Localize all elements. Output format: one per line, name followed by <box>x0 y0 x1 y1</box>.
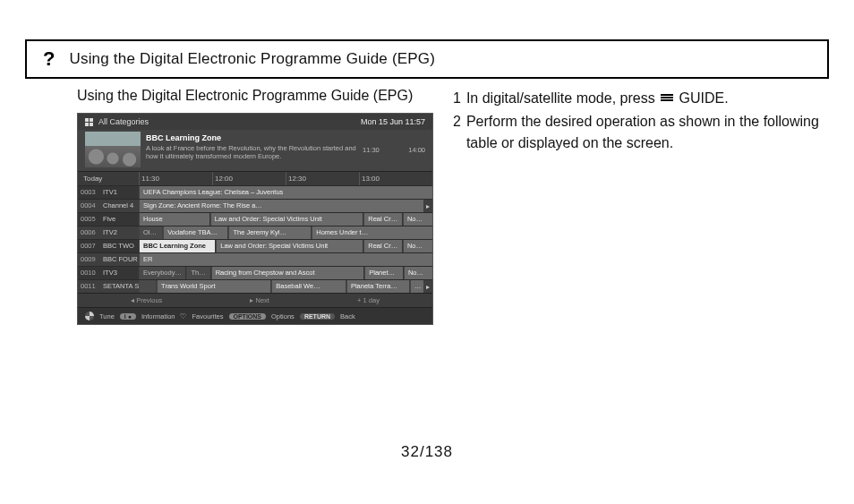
programme-cell[interactable]: Planet… <box>364 267 403 279</box>
programme-cell[interactable]: No… <box>403 240 432 252</box>
programme-cell[interactable]: Sign Zone: Ancient Rome: The Rise a… <box>139 200 423 212</box>
step-number: 2 <box>453 111 461 154</box>
channel-name: BBC TWO <box>101 240 139 252</box>
epg-nav-row: ◂ Previous ▸ Next + 1 day <box>78 293 432 307</box>
time-slot: 13:00 <box>359 172 432 185</box>
programme-cell[interactable]: Th… <box>186 267 209 279</box>
channel-row[interactable]: 0007BBC TWOBBC Learning ZoneLaw and Orde… <box>78 239 432 252</box>
guide-button-icon <box>661 94 673 104</box>
channel-row[interactable]: 0009BBC FOURER <box>78 252 432 266</box>
programme-cell[interactable]: Homes Under t… <box>312 226 432 239</box>
programme-cell[interactable]: House <box>139 213 209 226</box>
channel-row[interactable]: 0005FiveHouseLaw and Order: Special Vict… <box>78 212 432 226</box>
nav-plus-day[interactable]: + 1 day <box>357 296 380 304</box>
categories-icon <box>85 118 93 126</box>
epg-footer: Tune i ● Information ♡ Favourites OPTION… <box>78 307 432 324</box>
channel-name: Channel 4 <box>101 200 139 212</box>
channel-row[interactable]: 0011SETANTA SP…Trans World SportBaseball… <box>78 279 432 293</box>
epg-header: All Categories Mon 15 Jun 11:57 <box>78 114 432 130</box>
channel-number: 0004 <box>78 200 101 212</box>
programme-area: ER <box>139 253 432 266</box>
programme-cell[interactable]: Vodafone TBA… <box>163 226 227 239</box>
heart-icon: ♡ <box>180 312 186 320</box>
time-slot: 11:30 <box>139 172 212 185</box>
channel-row[interactable]: 0010ITV3Everybody…Th…Racing from Chepsto… <box>78 266 432 279</box>
epg-clock: Mon 15 Jun 11:57 <box>361 117 425 126</box>
channel-number: 0007 <box>78 240 101 252</box>
channel-number: 0005 <box>78 213 101 226</box>
programme-area: HouseLaw and Order: Special Victims Unit… <box>139 213 432 226</box>
programme-cell[interactable]: No… <box>403 213 432 226</box>
step-number: 1 <box>453 88 461 109</box>
info-pill[interactable]: i ● <box>120 313 136 320</box>
programme-cell[interactable]: ER <box>139 253 432 266</box>
footer-options: Options <box>271 312 295 320</box>
instruction-step: 2 Perform the desired operation as shown… <box>453 111 827 154</box>
programme-area: Sign Zone: Ancient Rome: The Rise a… <box>139 200 423 212</box>
channel-row[interactable]: 0004Channel 4Sign Zone: Ancient Rome: Th… <box>78 199 432 212</box>
channel-number: 0009 <box>78 253 101 266</box>
title-bar: ? Using the Digital Electronic Programme… <box>25 39 829 79</box>
programme-cell[interactable]: Law and Order: Special Victims Unit <box>216 240 363 252</box>
programme-cell[interactable]: Baseball We… <box>271 280 346 293</box>
help-icon: ? <box>43 47 55 71</box>
step-text: Perform the desired operation as shown i… <box>466 111 827 154</box>
channel-name: SETANTA SP… <box>101 280 139 293</box>
programme-cell[interactable]: No… <box>404 267 432 279</box>
step1-a: In digital/satellite mode, press <box>466 90 655 106</box>
epg-category: All Categories <box>98 117 149 126</box>
today-label: Today <box>78 172 139 185</box>
feature-start: 11:30 <box>363 146 380 167</box>
channel-name: ITV3 <box>101 267 139 279</box>
channel-name: ITV1 <box>101 186 139 199</box>
feature-title: BBC Learning Zone <box>146 133 357 142</box>
programme-cell[interactable]: Planeta Terra… <box>346 280 409 293</box>
return-pill[interactable]: RETURN <box>300 313 335 320</box>
feature-end: 14:00 <box>408 146 425 167</box>
channel-name: BBC FOUR <box>101 253 139 266</box>
channel-number: 0010 <box>78 267 101 279</box>
programme-area: Everybody…Th…Racing from Chepstow and As… <box>139 267 432 279</box>
programme-area: Ol…Vodafone TBA…The Jeremy Kyl…Homes Und… <box>139 226 432 239</box>
programme-cell[interactable]: BBC Learning Zone <box>139 240 215 252</box>
programme-cell[interactable]: Real Cr… <box>363 240 402 252</box>
feature-description: A look at France before the Revolution, … <box>146 144 357 161</box>
time-slot: 12:00 <box>212 172 286 185</box>
programme-cell[interactable]: The Jeremy Kyl… <box>228 226 311 239</box>
instruction-step: 1 In digital/satellite mode, press GUIDE… <box>453 88 827 109</box>
programme-cell[interactable] <box>139 280 156 293</box>
nav-previous[interactable]: ◂ Previous <box>131 296 162 304</box>
channel-row[interactable]: 0006ITV2Ol…Vodafone TBA…The Jeremy Kyl…H… <box>78 226 432 239</box>
page-title: Using the Digital Electronic Programme G… <box>69 50 435 68</box>
channel-number: 0003 <box>78 186 101 199</box>
page-number: 32/138 <box>0 443 854 461</box>
footer-tune: Tune <box>99 312 115 320</box>
step1-b: GUIDE. <box>679 90 729 106</box>
section-subtitle: Using the Digital Electronic Programme G… <box>77 88 433 104</box>
programme-cell[interactable]: Real Cr… <box>363 213 402 226</box>
feature-time: 11:30 14:00 <box>363 132 425 167</box>
channel-number: 0006 <box>78 226 101 239</box>
programme-area: UEFA Champions League: Chelsea – Juventu… <box>139 186 432 199</box>
programme-cell[interactable]: Everybody… <box>139 267 185 279</box>
programme-cell[interactable]: Trans World Sport <box>157 280 270 293</box>
left-column: Using the Digital Electronic Programme G… <box>77 88 433 325</box>
right-column: 1 In digital/satellite mode, press GUIDE… <box>453 88 827 325</box>
channel-row[interactable]: 0003ITV1UEFA Champions League: Chelsea –… <box>78 185 432 199</box>
programme-cell[interactable]: … <box>410 280 423 293</box>
epg-screenshot: All Categories Mon 15 Jun 11:57 BBC Lear… <box>77 113 433 325</box>
channel-name: ITV2 <box>101 226 139 239</box>
more-arrow-icon[interactable]: ▸ <box>423 280 432 293</box>
programme-cell[interactable]: Racing from Chepstow and Ascot <box>211 267 364 279</box>
programme-area: Trans World SportBaseball We…Planeta Ter… <box>139 280 423 293</box>
epg-featured: BBC Learning Zone A look at France befor… <box>78 130 432 171</box>
nav-next[interactable]: ▸ Next <box>250 296 269 304</box>
programme-cell[interactable]: Ol… <box>139 226 162 239</box>
programme-cell[interactable]: UEFA Champions League: Chelsea – Juventu… <box>139 186 432 199</box>
more-arrow-icon[interactable]: ▸ <box>423 200 432 212</box>
channel-name: Five <box>101 213 139 226</box>
content-area: Using the Digital Electronic Programme G… <box>77 88 827 325</box>
epg-time-row: Today 11:30 12:00 12:30 13:00 <box>78 171 432 185</box>
options-pill[interactable]: OPTIONS <box>229 313 267 320</box>
programme-cell[interactable]: Law and Order: Special Victims Unit <box>210 213 363 226</box>
